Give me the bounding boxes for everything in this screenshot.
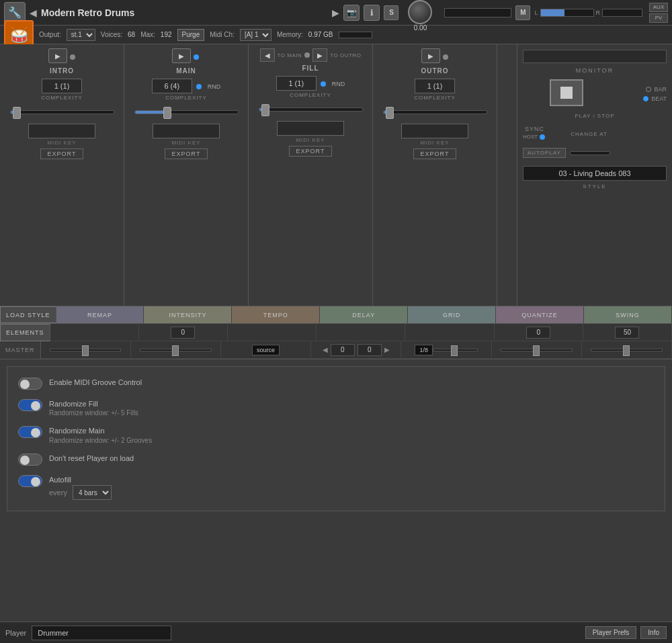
player-prefs-button[interactable]: Player Prefs bbox=[585, 626, 636, 639]
fill-export-button[interactable]: EXPORT bbox=[289, 146, 333, 157]
load-style-button[interactable]: LOAD STYLE bbox=[0, 306, 56, 323]
outro-slider[interactable] bbox=[383, 110, 487, 114]
elements-delay-cell bbox=[317, 324, 405, 341]
to-main-button[interactable]: ◀ bbox=[260, 48, 275, 62]
master-grid-slider[interactable] bbox=[433, 349, 478, 351]
master-swing-thumb[interactable] bbox=[623, 345, 630, 356]
randomize-main-row: Randomize Main Randomize window: +/- 2 G… bbox=[18, 426, 654, 443]
autoplay-button[interactable]: AUTOPLAY bbox=[523, 148, 566, 158]
intro-slider[interactable] bbox=[10, 110, 114, 114]
r-label: R bbox=[596, 9, 601, 16]
tune-bar[interactable] bbox=[444, 8, 511, 17]
delay-left-arrow[interactable]: ◀ bbox=[323, 346, 328, 353]
aux-button[interactable]: AUX bbox=[649, 3, 668, 12]
to-outro-label: TO OUTRO bbox=[330, 52, 361, 58]
midi-groove-label: Enable MIDI Groove Control bbox=[49, 378, 142, 388]
master-grid-thumb[interactable] bbox=[451, 345, 458, 356]
tune-knob[interactable] bbox=[408, 0, 432, 24]
outro-section: ▶ OUTRO 1 (1) COMPLEXITY MIDI KEY EXPORT bbox=[373, 44, 497, 306]
master-quantize-slider[interactable] bbox=[501, 349, 573, 351]
dont-reset-row: Don't reset Player on load bbox=[18, 454, 654, 466]
main-midi-key bbox=[153, 124, 220, 138]
bar-option[interactable]: BAR bbox=[646, 86, 667, 93]
intro-export-button[interactable]: EXPORT bbox=[40, 148, 84, 159]
info-button-status[interactable]: Info bbox=[640, 626, 667, 639]
beat-radio[interactable] bbox=[643, 96, 648, 101]
col-quantize: QUANTIZE bbox=[496, 306, 584, 323]
beat-option[interactable]: BEAT bbox=[643, 95, 667, 102]
info-button[interactable]: ℹ bbox=[364, 5, 380, 21]
m-button[interactable]: M bbox=[515, 5, 530, 20]
to-outro-button[interactable]: ▶ bbox=[312, 48, 327, 62]
master-remap-slider[interactable] bbox=[50, 349, 122, 351]
to-main-label: TO MAIN bbox=[278, 52, 302, 58]
autofill-row: Autofill every 4 bars 2 bars 8 bars bbox=[18, 475, 654, 500]
main-slider[interactable] bbox=[134, 110, 239, 114]
pv-button[interactable]: PV bbox=[649, 13, 668, 23]
output-select[interactable]: st.1 bbox=[67, 29, 95, 41]
outro-export-button[interactable]: EXPORT bbox=[413, 148, 457, 159]
main-play-button[interactable]: ▶ bbox=[172, 48, 191, 63]
voices-val: 68 bbox=[128, 31, 135, 38]
master-tempo-cell: source bbox=[221, 341, 311, 358]
fill-rnd-label: RND bbox=[332, 81, 345, 87]
dont-reset-toggle[interactable] bbox=[18, 454, 42, 466]
nav-right[interactable]: ▶ bbox=[332, 7, 339, 18]
randomize-main-sub: Randomize window: +/- 2 Grooves bbox=[49, 437, 152, 444]
nav-left[interactable]: ◀ bbox=[30, 7, 37, 18]
main-export-button[interactable]: EXPORT bbox=[165, 148, 208, 159]
voices-max-val: 192 bbox=[161, 31, 172, 38]
master-quantize-cell bbox=[492, 341, 582, 358]
camera-button[interactable]: 📷 bbox=[343, 5, 360, 21]
randomize-main-toggle[interactable] bbox=[18, 426, 42, 438]
midi-select[interactable]: [A] 1 bbox=[240, 29, 271, 41]
col-delay: DELAY bbox=[320, 306, 408, 323]
autofill-toggle[interactable] bbox=[18, 475, 42, 487]
lr-meter bbox=[540, 9, 594, 17]
autofill-knob bbox=[31, 477, 40, 486]
vol-bar[interactable] bbox=[602, 9, 642, 17]
elements-remap-cell bbox=[50, 324, 139, 341]
outro-complexity-val: 1 (1) bbox=[415, 79, 455, 93]
master-grid-cell: 1/8 bbox=[401, 341, 491, 358]
autofill-every-row: every 4 bars 2 bars 8 bars bbox=[49, 485, 112, 500]
elements-swing-cell: 50 bbox=[583, 324, 672, 341]
master-swing-slider[interactable] bbox=[591, 349, 663, 351]
fill-midi-key bbox=[277, 121, 344, 136]
memory-label: Memory: bbox=[277, 31, 303, 38]
voices-label: Voices: bbox=[101, 31, 122, 38]
fill-rnd-led bbox=[321, 81, 326, 87]
drummer-input[interactable] bbox=[32, 626, 171, 640]
fill-complexity-label: COMPLEXITY bbox=[290, 92, 331, 98]
intro-play-button[interactable]: ▶ bbox=[48, 48, 67, 63]
tune-value: 0.00 bbox=[414, 24, 427, 32]
elements-button[interactable]: ELEMENTS bbox=[0, 324, 50, 341]
outro-midi-label: MIDI KEY bbox=[420, 140, 449, 146]
intro-complexity-label: COMPLEXITY bbox=[41, 95, 83, 101]
master-quantize-thumb[interactable] bbox=[533, 345, 540, 356]
fill-title: FILL bbox=[302, 65, 319, 72]
delay-right-arrow[interactable]: ▶ bbox=[384, 346, 390, 353]
bar-label: BAR bbox=[654, 86, 667, 93]
fill-slider[interactable] bbox=[259, 108, 363, 112]
play-stop-button[interactable] bbox=[550, 79, 583, 106]
purge-button[interactable]: Purge bbox=[177, 29, 205, 41]
randomize-fill-sub: Randomize window: +/- 5 Fills bbox=[49, 409, 138, 417]
master-intensity-thumb[interactable] bbox=[172, 345, 179, 356]
master-remap-thumb[interactable] bbox=[82, 345, 89, 356]
intro-section: ▶ INTRO 1 (1) COMPLEXITY MIDI KEY EXPORT bbox=[0, 44, 124, 306]
autoplay-slider[interactable] bbox=[570, 151, 610, 155]
output-label: Output: bbox=[39, 31, 61, 38]
monitor-title: MONITOR bbox=[523, 67, 667, 74]
outro-play-button[interactable]: ▶ bbox=[421, 48, 440, 63]
master-intensity-slider[interactable] bbox=[140, 349, 212, 351]
s-button[interactable]: S bbox=[384, 5, 398, 20]
delay-left-val: 0 bbox=[331, 344, 355, 356]
tune-knob-area: Tune 0.00 bbox=[408, 0, 432, 32]
randomize-fill-text: Randomize Fill Randomize window: +/- 5 F… bbox=[49, 399, 138, 417]
randomize-fill-toggle[interactable] bbox=[18, 399, 42, 411]
bar-radio[interactable] bbox=[646, 87, 651, 92]
bars-select[interactable]: 4 bars 2 bars 8 bars bbox=[73, 485, 112, 500]
fill-midi-label: MIDI KEY bbox=[296, 137, 325, 143]
midi-groove-toggle[interactable] bbox=[18, 378, 42, 390]
